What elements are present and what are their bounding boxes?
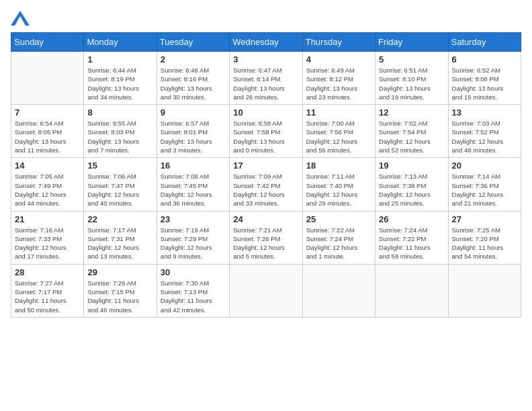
calendar-cell (230, 264, 302, 317)
calendar-week-row: 21Sunrise: 7:16 AMSunset: 7:33 PMDayligh… (11, 211, 521, 264)
day-number: 23 (161, 214, 226, 224)
calendar-cell: 2Sunrise: 6:46 AMSunset: 8:16 PMDaylight… (157, 52, 229, 105)
day-info: Sunrise: 7:06 AMSunset: 7:47 PMDaylight:… (87, 172, 152, 208)
calendar-cell: 28Sunrise: 7:27 AMSunset: 7:17 PMDayligh… (11, 264, 84, 317)
calendar-cell: 29Sunrise: 7:29 AMSunset: 7:15 PMDayligh… (84, 264, 157, 317)
calendar-cell: 13Sunrise: 7:03 AMSunset: 7:52 PMDayligh… (448, 105, 521, 158)
calendar-cell: 7Sunrise: 6:54 AMSunset: 8:05 PMDaylight… (11, 105, 84, 158)
calendar-cell: 25Sunrise: 7:22 AMSunset: 7:24 PMDayligh… (302, 211, 375, 264)
day-info: Sunrise: 6:55 AMSunset: 8:03 PMDaylight:… (87, 119, 152, 154)
calendar-cell: 6Sunrise: 6:52 AMSunset: 8:08 PMDaylight… (448, 52, 521, 105)
day-info: Sunrise: 7:13 AMSunset: 7:38 PMDaylight:… (379, 172, 444, 208)
calendar-week-row: 28Sunrise: 7:27 AMSunset: 7:17 PMDayligh… (11, 264, 521, 317)
logo-icon (11, 11, 30, 26)
calendar-cell: 23Sunrise: 7:19 AMSunset: 7:29 PMDayligh… (157, 211, 229, 264)
day-info: Sunrise: 6:46 AMSunset: 8:16 PMDaylight:… (161, 66, 226, 101)
calendar-cell: 8Sunrise: 6:55 AMSunset: 8:03 PMDaylight… (84, 105, 157, 158)
day-info: Sunrise: 7:11 AMSunset: 7:40 PMDaylight:… (306, 172, 371, 208)
day-number: 16 (161, 161, 226, 171)
day-info: Sunrise: 7:30 AMSunset: 7:13 PMDaylight:… (161, 279, 226, 314)
day-number: 18 (306, 161, 371, 171)
day-of-week-header: Monday (84, 33, 157, 52)
day-number: 3 (233, 54, 298, 64)
day-info: Sunrise: 6:52 AMSunset: 8:08 PMDaylight:… (452, 66, 517, 101)
day-info: Sunrise: 7:19 AMSunset: 7:29 PMDaylight:… (161, 226, 226, 261)
calendar-cell: 9Sunrise: 6:57 AMSunset: 8:01 PMDaylight… (157, 105, 229, 158)
day-number: 28 (15, 267, 80, 277)
day-info: Sunrise: 7:05 AMSunset: 7:49 PMDaylight:… (15, 172, 80, 208)
calendar-cell (448, 264, 521, 317)
day-number: 12 (379, 107, 444, 118)
calendar-cell: 26Sunrise: 7:24 AMSunset: 7:22 PMDayligh… (375, 211, 448, 264)
day-number: 17 (233, 161, 298, 171)
day-info: Sunrise: 7:24 AMSunset: 7:22 PMDaylight:… (379, 226, 444, 261)
day-number: 14 (15, 161, 80, 171)
day-number: 25 (306, 214, 371, 224)
day-number: 2 (161, 54, 226, 64)
day-info: Sunrise: 7:21 AMSunset: 7:26 PMDaylight:… (233, 226, 298, 261)
calendar-cell: 5Sunrise: 6:51 AMSunset: 8:10 PMDaylight… (375, 52, 448, 105)
day-of-week-header: Thursday (302, 33, 375, 52)
calendar-cell: 22Sunrise: 7:17 AMSunset: 7:31 PMDayligh… (84, 211, 157, 264)
day-number: 6 (452, 54, 517, 64)
day-number: 9 (161, 107, 226, 118)
day-number: 21 (15, 214, 80, 224)
day-number: 27 (452, 214, 517, 224)
day-number: 7 (15, 107, 80, 118)
calendar-header-row: SundayMondayTuesdayWednesdayThursdayFrid… (11, 33, 521, 52)
day-info: Sunrise: 7:03 AMSunset: 7:52 PMDaylight:… (452, 119, 517, 154)
day-number: 22 (87, 214, 152, 224)
day-info: Sunrise: 6:57 AMSunset: 8:01 PMDaylight:… (161, 119, 226, 154)
day-number: 19 (379, 161, 444, 171)
day-number: 10 (233, 107, 298, 118)
day-number: 4 (306, 54, 371, 64)
day-info: Sunrise: 6:49 AMSunset: 8:12 PMDaylight:… (306, 66, 371, 101)
day-info: Sunrise: 6:47 AMSunset: 8:14 PMDaylight:… (233, 66, 298, 101)
calendar-week-row: 7Sunrise: 6:54 AMSunset: 8:05 PMDaylight… (11, 105, 521, 158)
calendar-table: SundayMondayTuesdayWednesdayThursdayFrid… (11, 32, 521, 318)
calendar-cell: 30Sunrise: 7:30 AMSunset: 7:13 PMDayligh… (157, 264, 229, 317)
day-info: Sunrise: 7:14 AMSunset: 7:36 PMDaylight:… (452, 172, 517, 208)
day-number: 30 (161, 267, 226, 277)
day-number: 11 (306, 107, 371, 118)
day-number: 5 (379, 54, 444, 64)
calendar-cell: 16Sunrise: 7:08 AMSunset: 7:45 PMDayligh… (157, 158, 229, 211)
day-of-week-header: Sunday (11, 33, 84, 52)
calendar-week-row: 1Sunrise: 6:44 AMSunset: 8:19 PMDaylight… (11, 52, 521, 105)
day-info: Sunrise: 7:25 AMSunset: 7:20 PMDaylight:… (452, 226, 517, 261)
calendar-cell: 27Sunrise: 7:25 AMSunset: 7:20 PMDayligh… (448, 211, 521, 264)
day-info: Sunrise: 7:29 AMSunset: 7:15 PMDaylight:… (87, 279, 152, 314)
day-of-week-header: Tuesday (157, 33, 229, 52)
calendar-cell: 24Sunrise: 7:21 AMSunset: 7:26 PMDayligh… (230, 211, 302, 264)
calendar-cell: 3Sunrise: 6:47 AMSunset: 8:14 PMDaylight… (230, 52, 302, 105)
day-number: 29 (87, 267, 152, 277)
day-number: 26 (379, 214, 444, 224)
day-of-week-header: Friday (375, 33, 448, 52)
calendar-cell: 10Sunrise: 6:58 AMSunset: 7:58 PMDayligh… (230, 105, 302, 158)
calendar-cell (302, 264, 375, 317)
day-info: Sunrise: 7:27 AMSunset: 7:17 PMDaylight:… (15, 279, 80, 314)
day-info: Sunrise: 7:22 AMSunset: 7:24 PMDaylight:… (306, 226, 371, 261)
calendar-cell (11, 52, 84, 105)
day-info: Sunrise: 7:17 AMSunset: 7:31 PMDaylight:… (87, 226, 152, 261)
day-info: Sunrise: 7:00 AMSunset: 7:56 PMDaylight:… (306, 119, 371, 154)
day-info: Sunrise: 6:51 AMSunset: 8:10 PMDaylight:… (379, 66, 444, 101)
day-info: Sunrise: 7:02 AMSunset: 7:54 PMDaylight:… (379, 119, 444, 154)
day-number: 24 (233, 214, 298, 224)
calendar-cell: 1Sunrise: 6:44 AMSunset: 8:19 PMDaylight… (84, 52, 157, 105)
day-info: Sunrise: 7:08 AMSunset: 7:45 PMDaylight:… (161, 172, 226, 208)
calendar-cell: 15Sunrise: 7:06 AMSunset: 7:47 PMDayligh… (84, 158, 157, 211)
day-number: 20 (452, 161, 517, 171)
day-of-week-header: Saturday (448, 33, 521, 52)
calendar-cell: 18Sunrise: 7:11 AMSunset: 7:40 PMDayligh… (302, 158, 375, 211)
page-header (11, 11, 521, 26)
day-info: Sunrise: 6:44 AMSunset: 8:19 PMDaylight:… (87, 66, 152, 101)
calendar-cell: 19Sunrise: 7:13 AMSunset: 7:38 PMDayligh… (375, 158, 448, 211)
day-info: Sunrise: 6:58 AMSunset: 7:58 PMDaylight:… (233, 119, 298, 154)
day-of-week-header: Wednesday (230, 33, 302, 52)
calendar-cell: 11Sunrise: 7:00 AMSunset: 7:56 PMDayligh… (302, 105, 375, 158)
calendar-cell: 17Sunrise: 7:09 AMSunset: 7:42 PMDayligh… (230, 158, 302, 211)
day-number: 13 (452, 107, 517, 118)
logo (11, 11, 32, 26)
day-number: 1 (87, 54, 152, 64)
